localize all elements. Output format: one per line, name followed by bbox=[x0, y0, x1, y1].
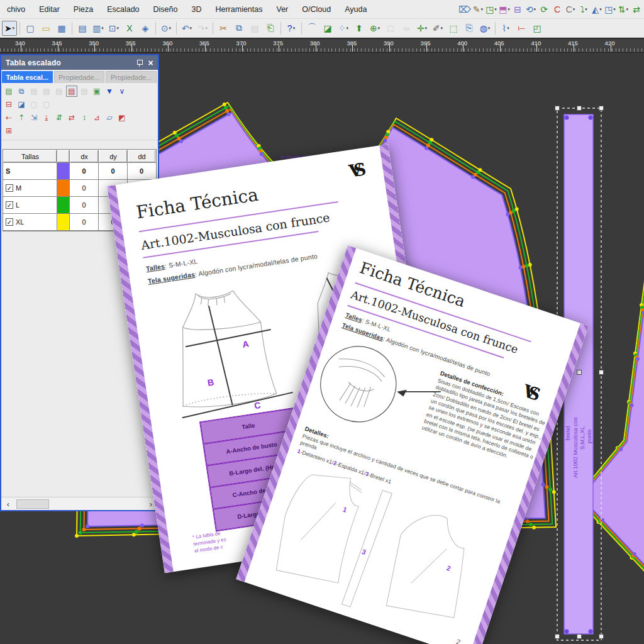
menu-pieza[interactable]: Pieza bbox=[67, 0, 100, 18]
copy-table-icon[interactable]: ⧉ bbox=[16, 86, 27, 97]
selection-handle[interactable] bbox=[555, 106, 560, 111]
ruler-tool-icon[interactable]: ⟝ bbox=[514, 21, 529, 36]
figure-icon[interactable]: ⌇▾ bbox=[498, 21, 513, 36]
selection-handle[interactable] bbox=[599, 370, 604, 375]
cut-icon[interactable]: ✂ bbox=[216, 21, 231, 36]
grade-angle-icon[interactable]: ⊿ bbox=[91, 112, 103, 123]
table-options-icon[interactable]: ▤ bbox=[79, 86, 90, 97]
selection-handle[interactable] bbox=[599, 106, 604, 111]
size-cell[interactable]: ✓L bbox=[3, 197, 57, 213]
move-up-icon[interactable]: ⬆ bbox=[352, 21, 367, 36]
open-folder-icon[interactable]: ▭ bbox=[38, 21, 53, 36]
sync-icon[interactable]: ⇄ bbox=[630, 2, 643, 17]
dx-cell[interactable]: 0 bbox=[70, 197, 99, 213]
selection-handle[interactable] bbox=[599, 635, 604, 639]
export-image-icon[interactable]: ⊡▾ bbox=[106, 21, 121, 36]
marquee-icon[interactable]: ⬚ bbox=[446, 21, 461, 36]
fold-tool-icon[interactable]: ◰ bbox=[530, 21, 545, 36]
menu-o-cloud[interactable]: O/Cloud bbox=[295, 0, 338, 18]
close-icon[interactable]: × bbox=[148, 59, 153, 67]
save-icon[interactable]: ▦ bbox=[54, 21, 69, 36]
dd-cell[interactable]: 0 bbox=[128, 163, 155, 179]
collapse-icon[interactable]: ∨ bbox=[116, 86, 128, 97]
undo-icon[interactable]: ↶▾ bbox=[179, 21, 194, 36]
copy-icon[interactable]: ⧉ bbox=[231, 21, 247, 36]
selection-handle[interactable] bbox=[577, 370, 582, 375]
size-checkbox[interactable]: ✓ bbox=[6, 184, 13, 192]
tags-icon[interactable]: ◈ bbox=[138, 21, 153, 36]
export-table-icon[interactable]: ▤ bbox=[3, 86, 14, 97]
new-file-icon[interactable]: ▢ bbox=[23, 21, 38, 36]
pin-icon[interactable] bbox=[136, 59, 143, 67]
import-icon[interactable]: ⎗ bbox=[263, 21, 278, 36]
selection-handle[interactable] bbox=[555, 635, 560, 639]
paste-icon[interactable]: ▤ bbox=[247, 21, 262, 36]
add-point-icon[interactable]: ⊕▾ bbox=[367, 21, 382, 36]
rule-paste-icon[interactable]: ▢ bbox=[41, 99, 52, 110]
grade-corner-icon[interactable]: ⇲ bbox=[28, 112, 40, 123]
menu-escalado[interactable]: Escalado bbox=[100, 0, 146, 18]
grade-swap-icon[interactable]: ⇵ bbox=[53, 112, 65, 123]
menu-editar[interactable]: Editar bbox=[32, 0, 67, 18]
grade-list-icon[interactable]: ⊞ bbox=[3, 125, 14, 136]
dx-cell[interactable]: 0 bbox=[70, 180, 99, 196]
dropdown-icon[interactable]: ▼ bbox=[104, 86, 115, 97]
import-sizes-icon[interactable]: ▤ bbox=[53, 86, 65, 97]
grade-box-icon[interactable]: ◩ bbox=[116, 112, 128, 123]
zoom-icon[interactable]: ⊙▾ bbox=[158, 21, 174, 36]
selection-handle[interactable] bbox=[577, 635, 582, 639]
menu-ver[interactable]: Ver bbox=[270, 0, 296, 18]
size-checkbox[interactable]: ✓ bbox=[6, 218, 13, 226]
scroll-left-icon[interactable]: ‹ bbox=[3, 497, 14, 510]
table-header-dd[interactable]: dd bbox=[128, 150, 155, 162]
delete-icon[interactable]: ⌦ bbox=[458, 2, 471, 17]
dy-cell[interactable]: 0 bbox=[99, 163, 128, 179]
selection-handle[interactable] bbox=[577, 106, 582, 111]
world-icon[interactable]: ◍▾ bbox=[477, 21, 492, 36]
panel-title-bar[interactable]: Tabla escalado × bbox=[1, 55, 158, 70]
rotate-cw-icon[interactable]: ⟳ bbox=[538, 2, 550, 17]
panel-tab-0[interactable]: Tabla escal... bbox=[2, 71, 53, 83]
curve-icon[interactable]: ⌒ bbox=[304, 21, 319, 36]
clear-sizes-icon[interactable]: ▤ bbox=[41, 86, 52, 97]
size-cell[interactable]: S bbox=[3, 163, 57, 179]
turn-piece-icon[interactable]: ⤵▾ bbox=[577, 2, 590, 17]
page-fold-icon[interactable]: ◳▾ bbox=[604, 2, 616, 17]
menu-ayuda[interactable]: Ayuda bbox=[338, 0, 374, 18]
dx-cell[interactable]: 0 bbox=[70, 163, 99, 179]
fabric-icon[interactable]: ◪ bbox=[320, 21, 335, 36]
duplicate-piece-icon[interactable]: ⬒▾ bbox=[498, 2, 511, 17]
print-preview-icon[interactable]: ▥▾ bbox=[91, 21, 106, 36]
panel-tab-1[interactable]: Propiedade... bbox=[54, 71, 105, 83]
size-checkbox[interactable]: ✓ bbox=[6, 201, 13, 209]
panel-horizontal-scrollbar[interactable]: ‹ › bbox=[1, 497, 158, 510]
grade-parallel-icon[interactable]: ▱ bbox=[104, 112, 115, 123]
menu-3d[interactable]: 3D bbox=[184, 0, 208, 18]
grade-vertical-icon[interactable]: ↕ bbox=[79, 112, 90, 123]
rule-copy-icon[interactable]: ▢ bbox=[28, 99, 40, 110]
rotate-free-icon[interactable]: C▾ bbox=[564, 2, 577, 17]
rotate-piece-icon[interactable]: ◳▾ bbox=[485, 2, 497, 17]
panel-tab-2[interactable]: Propiedade... bbox=[106, 71, 157, 83]
excel-export-icon[interactable]: X bbox=[122, 21, 137, 36]
band-piece-icon[interactable]: ⊟ bbox=[511, 2, 524, 17]
grade-exchange-icon[interactable]: ⇄ bbox=[66, 112, 77, 123]
menu-herramientas[interactable]: Herramientas bbox=[208, 0, 269, 18]
menu-chivo[interactable]: chivo bbox=[0, 0, 32, 18]
print-icon[interactable]: ▤ bbox=[75, 21, 90, 36]
table-header-dy[interactable]: dy bbox=[99, 150, 128, 162]
measure-table-icon[interactable]: ⊟ bbox=[3, 99, 14, 110]
table-header-dx[interactable]: dx bbox=[70, 150, 99, 162]
size-cell[interactable]: ✓M bbox=[3, 180, 57, 196]
redo-icon[interactable]: ↷▾ bbox=[195, 21, 210, 36]
table-row[interactable]: S000 bbox=[3, 163, 156, 180]
trace-icon[interactable]: ✐▾ bbox=[430, 21, 445, 36]
edit-rule-icon[interactable]: ◪ bbox=[16, 99, 27, 110]
help-icon[interactable]: ?▾ bbox=[284, 21, 299, 36]
rotate-ccw-icon[interactable]: ⟲▾ bbox=[525, 2, 537, 17]
symmetry-icon[interactable]: ⇅▾ bbox=[617, 2, 630, 17]
table-header-Tallas[interactable]: Tallas bbox=[3, 150, 57, 162]
menu-dise-o[interactable]: Diseño bbox=[147, 0, 185, 18]
grade-up-icon[interactable]: ⇡ bbox=[16, 112, 27, 123]
apply-grading-icon[interactable]: ▣ bbox=[91, 86, 103, 97]
